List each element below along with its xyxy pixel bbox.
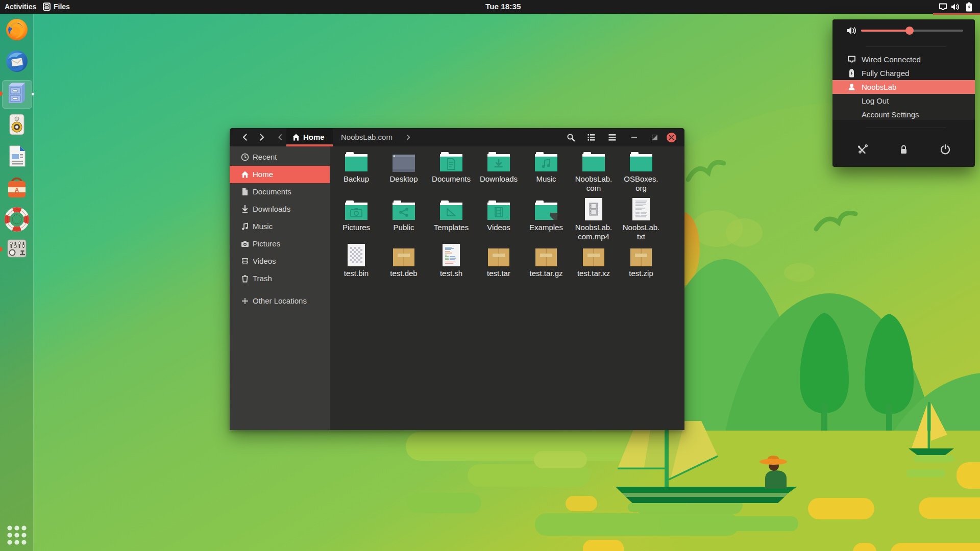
svg-text:A: A xyxy=(15,187,19,194)
